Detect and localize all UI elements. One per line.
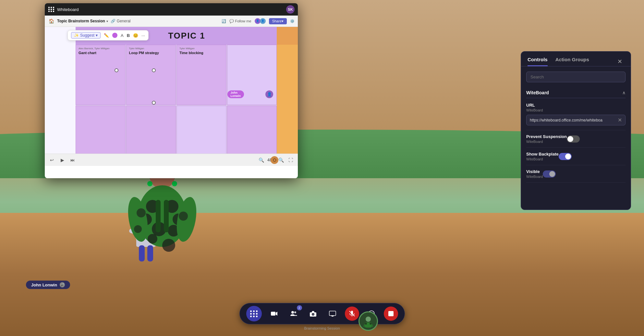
undo-button[interactable]: ↩ <box>48 156 56 164</box>
svg-point-39 <box>312 314 314 315</box>
url-label: URL <box>526 103 626 108</box>
breadcrumb-chevron: ▾ <box>106 19 108 23</box>
toolbar-right: 🔄 💬 Follow me 👤 👤 Share▾ ⚙️ <box>222 18 295 24</box>
mic-icon[interactable]: 🎤 <box>60 282 65 287</box>
prevent-suspension-label: Prevent Suspension <box>526 134 567 139</box>
search-input[interactable] <box>526 72 626 82</box>
note-title-2: Loop PM strategy <box>129 51 173 55</box>
panel-header: Controls Action Groups ✕ <box>521 52 631 66</box>
section-title: WiteBoard <box>526 90 622 95</box>
apps-button[interactable] <box>246 306 262 321</box>
circle-tool[interactable] <box>112 33 117 38</box>
canvas-user-label: John Lonwin <box>227 90 244 98</box>
user-avatar-bottom[interactable] <box>358 311 378 331</box>
url-input-row[interactable]: https://whiteboard.office.com/me/whitebo… <box>526 115 626 125</box>
handle-tr[interactable] <box>152 68 156 72</box>
canvas-avatar-area: 👤 John Lonwin <box>265 90 273 98</box>
svg-point-22 <box>148 234 157 244</box>
url-clear-button[interactable]: ✕ <box>618 117 622 123</box>
visible-sub: WiteBoard <box>526 175 543 179</box>
sticky-note-1[interactable]: Alex Barnick, Tyler Milligan Gant chart <box>76 45 126 105</box>
whiteboard-toolbar: 🏠 Topic Brainstorm Session ▾ 🔗 General 🔄… <box>45 16 298 27</box>
follow-me-button[interactable]: 💬 Follow me <box>229 19 251 23</box>
tab-controls[interactable]: Controls <box>528 57 548 66</box>
setting-visible: Visible WiteBoard <box>526 165 626 183</box>
apps-grid-icon[interactable] <box>48 6 55 13</box>
bottom-taskbar-wrapper: 2 <box>304 324 340 331</box>
url-value: https://whiteboard.office.com/me/whitebo… <box>530 118 615 122</box>
panel-close-button[interactable]: ✕ <box>615 57 624 66</box>
show-backplate-toggle[interactable] <box>559 153 572 160</box>
tab-action-groups[interactable]: Action Groups <box>555 57 589 66</box>
home-button[interactable]: 🏠 <box>48 18 55 24</box>
video-button[interactable] <box>267 307 281 321</box>
camera-button[interactable] <box>306 307 320 321</box>
session-label: Brainstorming Session <box>304 326 340 330</box>
panel-header-divider <box>521 66 631 66</box>
section-chevron-up: ∧ <box>622 90 626 95</box>
note-author-1: Alex Barnick, Tyler Milligan <box>79 47 123 50</box>
sticky-note-2[interactable]: Tyler Milligan Loop PM strategy <box>126 45 176 105</box>
share-button[interactable]: Share▾ <box>269 18 287 24</box>
user-avatar-sk: SK <box>286 5 295 14</box>
settings-button[interactable]: ⚙️ <box>290 19 295 23</box>
heart-icon: 🔗 <box>111 19 115 23</box>
session-breadcrumb[interactable]: Topic Brainstorm Session <box>57 19 105 23</box>
recording-button[interactable] <box>384 307 398 321</box>
sticky-note-4[interactable]: 👤 John Lonwin <box>227 45 277 105</box>
more-tool[interactable]: ··· <box>141 33 145 38</box>
svg-rect-41 <box>329 311 336 316</box>
orange-sidebar <box>277 27 298 166</box>
note-title-1: Gant chart <box>79 51 123 55</box>
svg-point-35 <box>291 311 294 314</box>
visible-label: Visible <box>526 169 543 174</box>
pen-tool[interactable]: ✏️ <box>104 33 109 38</box>
suggest-button[interactable]: ✨ Suggest ▾ <box>71 32 101 39</box>
refresh-button[interactable]: 🔄 <box>222 19 226 23</box>
note-title-3: Time blocking <box>179 51 224 55</box>
emoji-tool[interactable]: 😊 <box>133 33 138 38</box>
toggle-knob <box>567 136 573 142</box>
bold-tool[interactable]: B <box>127 33 130 38</box>
user-name-text: John Lonwin <box>31 283 57 287</box>
svg-point-26 <box>137 208 146 217</box>
text-tool[interactable]: A <box>121 33 124 38</box>
svg-rect-33 <box>271 312 275 316</box>
handle-tl[interactable] <box>115 68 118 72</box>
sticky-note-3[interactable]: Tyler Milligan Time blocking <box>176 45 226 105</box>
play-button[interactable]: ▶ <box>58 156 66 164</box>
svg-point-36 <box>294 311 296 313</box>
svg-rect-42 <box>331 316 334 316</box>
svg-point-53 <box>365 323 367 325</box>
bottom-taskbar: 2 <box>239 303 405 324</box>
setting-prevent-suspension: Prevent Suspension WiteBoard <box>526 130 626 148</box>
handle-mid[interactable] <box>152 101 156 105</box>
zoom-out-button[interactable]: 🔍 <box>258 156 265 164</box>
mic-button[interactable] <box>345 307 359 321</box>
toggle-knob-2 <box>565 154 571 159</box>
svg-marker-40 <box>312 311 314 312</box>
section-header-whiteboard[interactable]: WiteBoard ∧ <box>526 86 626 98</box>
svg-rect-50 <box>388 311 394 316</box>
svg-point-54 <box>370 323 371 325</box>
breadcrumb-sub: 🔗 General <box>111 19 131 23</box>
forward-button[interactable]: ⏭ <box>69 156 77 164</box>
show-backplate-label: Show Backplate <box>526 152 559 156</box>
note-author-2: Tyler Milligan <box>129 47 173 50</box>
topic-title: TOPIC 1 <box>168 31 205 41</box>
whiteboard-window: Whiteboard SK 🏠 Topic Brainstorm Session… <box>45 3 298 178</box>
toggle-knob-3 <box>549 171 555 177</box>
whiteboard-bottom-bar: ↩ ▶ ⏭ 🔍 48% 🔍 ⛶ ⬡ <box>45 154 298 166</box>
people-button[interactable]: 2 <box>286 307 301 321</box>
whiteboard-canvas[interactable]: ✨ Suggest ▾ ✏️ A B 😊 ··· TOPIC 1 <box>45 27 298 166</box>
people-count: 2 <box>297 305 302 310</box>
svg-rect-43 <box>332 316 333 317</box>
prevent-suspension-toggle[interactable] <box>567 135 580 143</box>
fit-screen-button[interactable]: ⛶ <box>287 156 295 164</box>
drawing-toolbar: ✨ Suggest ▾ ✏️ A B 😊 ··· <box>67 30 149 41</box>
screen-button[interactable] <box>325 307 340 321</box>
visible-toggle[interactable] <box>543 170 556 178</box>
app-title: Whiteboard <box>57 7 79 12</box>
avatars-button[interactable]: 👤 👤 <box>255 18 266 24</box>
prevent-suspension-sub: WiteBoard <box>526 140 567 144</box>
